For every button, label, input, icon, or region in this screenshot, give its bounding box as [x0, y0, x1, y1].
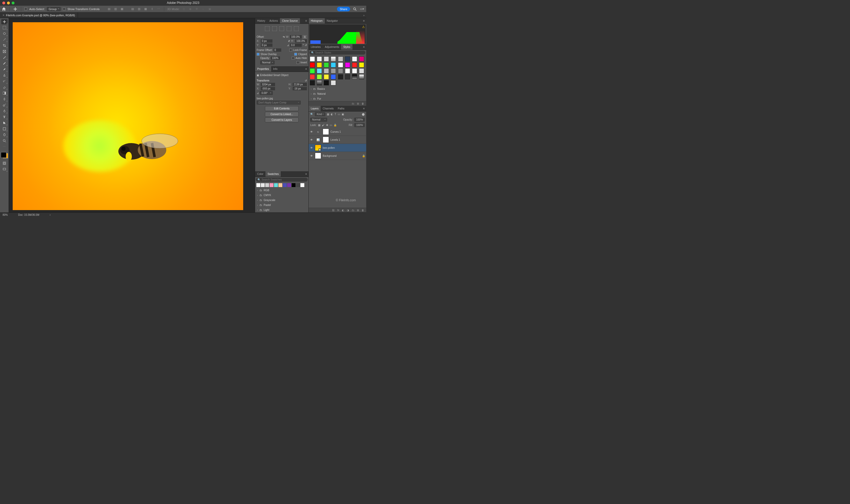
style-swatch[interactable] [331, 68, 336, 73]
dodge-tool[interactable] [1, 103, 7, 108]
prop-w-input[interactable] [261, 83, 275, 86]
style-swatch[interactable] [310, 68, 315, 73]
style-swatch[interactable] [331, 80, 336, 85]
style-folder[interactable]: ›🗀Fur [309, 96, 366, 101]
tab-histogram[interactable]: Histogram [309, 18, 325, 23]
layer-fx-icon[interactable]: fx [337, 209, 339, 212]
style-swatch[interactable] [324, 80, 329, 85]
gradient-tool[interactable] [1, 91, 7, 96]
filter-pixel-icon[interactable]: ▦ [327, 113, 329, 116]
document-canvas[interactable] [13, 22, 243, 210]
recent-swatch[interactable] [274, 183, 278, 187]
style-swatch[interactable] [352, 68, 357, 73]
tab-properties[interactable]: Properties [255, 66, 271, 72]
style-swatch[interactable] [317, 74, 322, 79]
style-swatch[interactable] [345, 62, 350, 68]
lock-pixels-icon[interactable]: 🖌 [322, 124, 325, 127]
style-swatch[interactable] [310, 80, 315, 85]
type-tool[interactable]: T [1, 114, 7, 120]
swatch-folder[interactable]: ›🗀CMYK [255, 193, 309, 198]
visibility-toggle-icon[interactable]: 👁 [310, 130, 313, 133]
panel-menu-icon[interactable]: ≡ [362, 107, 366, 110]
align-top-icon[interactable]: ▤ [131, 7, 135, 11]
swatches-search[interactable]: 🔍 [256, 178, 308, 182]
style-swatch[interactable] [359, 74, 364, 79]
filter-shape-icon[interactable]: ▭ [338, 113, 340, 116]
style-swatch[interactable] [310, 62, 315, 68]
histogram-warning-icon[interactable]: ⚠ [362, 25, 365, 29]
marquee-tool[interactable] [1, 25, 7, 30]
new-group-icon[interactable]: 🗀 [352, 102, 354, 105]
align-center-h-icon[interactable]: ▥ [114, 7, 118, 11]
layer-row[interactable]: 👁▣bee-pollen [309, 144, 366, 152]
swatch-folder[interactable]: ›🗀Grayscale [255, 198, 309, 202]
align-bottom-icon[interactable]: ▦ [143, 7, 148, 11]
tab-libraries[interactable]: Libraries [309, 44, 323, 50]
recent-swatch[interactable] [278, 183, 282, 187]
magic-wand-tool[interactable] [1, 37, 7, 42]
fill-input[interactable]: 100% [354, 123, 365, 127]
style-swatch[interactable] [338, 62, 343, 68]
blur-tool[interactable] [1, 96, 7, 102]
layer-mask-icon[interactable]: ◐ [342, 209, 344, 212]
align-left-icon[interactable]: ▤ [107, 7, 111, 11]
tab-styles[interactable]: Styles [341, 44, 352, 50]
tab-actions[interactable]: Actions [267, 18, 280, 23]
show-overlay-checkbox[interactable] [257, 53, 260, 56]
style-swatch[interactable] [345, 56, 350, 61]
layer-mask-thumbnail[interactable] [323, 129, 329, 135]
convert-layers-button[interactable]: Convert to Layers [265, 118, 299, 122]
layer-thumbnail[interactable]: ▣ [315, 145, 321, 151]
clone-source-5-icon[interactable] [294, 26, 299, 31]
filter-adjustment-icon[interactable]: ◐ [331, 113, 333, 116]
brush-tool[interactable] [1, 67, 7, 72]
invert-checkbox[interactable] [297, 61, 299, 64]
style-swatch[interactable] [338, 68, 343, 73]
lock-position-icon[interactable]: ✥ [326, 124, 328, 127]
style-swatch[interactable] [324, 74, 329, 79]
delete-style-icon[interactable]: 🗑 [362, 102, 364, 105]
recent-swatch[interactable] [300, 183, 304, 187]
auto-select-checkbox[interactable] [24, 7, 27, 10]
home-button[interactable] [2, 7, 6, 12]
swatch-folder[interactable]: ›🗀RGB [255, 188, 309, 193]
recent-swatch[interactable] [261, 183, 265, 187]
style-swatch[interactable] [317, 80, 322, 85]
recent-swatch[interactable] [292, 183, 295, 187]
tab-color[interactable]: Color [255, 171, 265, 177]
visibility-toggle-icon[interactable]: 👁 [310, 155, 313, 157]
panel-menu-icon[interactable]: ≡ [304, 19, 309, 22]
crop-tool[interactable] [1, 43, 7, 48]
layer-filter-dropdown[interactable]: Kind [315, 112, 325, 116]
tab-overflow-icon[interactable]: » [362, 14, 366, 17]
clone-source-1-icon[interactable] [265, 26, 270, 31]
prop-x-input[interactable] [261, 87, 275, 90]
new-style-icon[interactable]: ⊞ [357, 102, 359, 105]
reset-transform-icon[interactable]: ↺ [305, 44, 307, 47]
minimize-window-button[interactable] [7, 2, 10, 4]
visibility-toggle-icon[interactable]: 👁 [310, 146, 313, 149]
auto-select-dropdown[interactable]: Group [47, 7, 60, 11]
style-swatch[interactable] [338, 56, 343, 61]
more-options-icon[interactable]: ⋯ [156, 7, 161, 11]
align-center-v-icon[interactable]: ▥ [137, 7, 141, 11]
close-window-button[interactable] [2, 2, 5, 4]
zoom-tool[interactable] [1, 138, 7, 143]
style-swatch[interactable] [331, 74, 336, 79]
clone-stamp-tool[interactable] [1, 73, 7, 78]
lock-transparency-icon[interactable]: ▦ [318, 124, 320, 127]
recent-swatch[interactable] [265, 183, 269, 187]
new-layer-icon[interactable]: ⊞ [357, 209, 359, 212]
shape-tool[interactable] [1, 126, 7, 131]
clone-h-input[interactable] [295, 39, 307, 43]
filter-toggle-icon[interactable]: ⬤ [362, 113, 365, 116]
eraser-tool[interactable] [1, 85, 7, 90]
edit-toolbar-icon[interactable]: ⋯ [1, 144, 7, 149]
history-brush-tool[interactable] [1, 79, 7, 84]
tab-navigator[interactable]: Navigator [325, 18, 340, 23]
filter-type-icon[interactable]: T [335, 113, 336, 116]
search-icon[interactable] [352, 6, 358, 12]
eyedropper-tool[interactable] [1, 55, 7, 60]
lock-frame-checkbox[interactable] [289, 49, 292, 52]
swatches-search-input[interactable] [262, 178, 306, 181]
